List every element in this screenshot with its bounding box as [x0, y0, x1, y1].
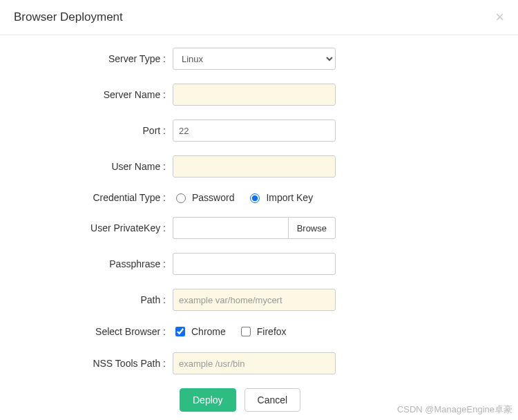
- label-server-name: Server Name :: [14, 89, 173, 100]
- checkbox-chrome[interactable]: [175, 327, 185, 336]
- row-user-name: User Name :: [14, 155, 504, 178]
- deploy-button[interactable]: Deploy: [180, 388, 236, 412]
- checkbox-chrome-label[interactable]: Chrome: [191, 326, 226, 337]
- close-icon[interactable]: ×: [495, 10, 504, 25]
- radio-import-key[interactable]: [250, 193, 260, 203]
- nss-tools-path-input[interactable]: [173, 352, 336, 374]
- passphrase-input[interactable]: [173, 253, 336, 275]
- label-server-type: Server Type :: [14, 53, 173, 64]
- modal-title: Browser Deployment: [14, 10, 123, 24]
- row-server-type: Server Type : Linux: [14, 48, 504, 70]
- port-input[interactable]: [173, 120, 336, 142]
- row-port: Port :: [14, 120, 504, 142]
- radio-import-key-label[interactable]: Import Key: [266, 192, 313, 203]
- radio-password-label[interactable]: Password: [192, 192, 234, 203]
- button-row: Deploy Cancel: [180, 388, 504, 412]
- label-user-privatekey: User PrivateKey :: [14, 222, 173, 233]
- path-input[interactable]: [173, 289, 336, 311]
- server-name-input[interactable]: [173, 84, 336, 106]
- browse-button[interactable]: Browse: [288, 217, 336, 239]
- row-nss-tools-path: NSS Tools Path :: [14, 352, 504, 374]
- label-select-browser: Select Browser :: [14, 326, 173, 337]
- checkbox-firefox-label[interactable]: Firefox: [257, 326, 287, 337]
- row-user-privatekey: User PrivateKey : Browse: [14, 217, 504, 239]
- label-user-name: User Name :: [14, 161, 173, 172]
- label-nss-tools-path: NSS Tools Path :: [14, 358, 173, 369]
- modal-body: Server Type : Linux Server Name : Port :…: [0, 35, 518, 419]
- radio-password[interactable]: [176, 193, 186, 203]
- user-privatekey-input[interactable]: [173, 217, 288, 239]
- server-type-select[interactable]: Linux: [173, 48, 336, 70]
- row-passphrase: Passphrase :: [14, 253, 504, 275]
- label-credential-type: Credential Type :: [14, 192, 173, 203]
- cancel-button[interactable]: Cancel: [244, 388, 301, 412]
- row-credential-type: Credential Type : Password Import Key: [14, 191, 504, 203]
- label-passphrase: Passphrase :: [14, 258, 173, 269]
- label-path: Path :: [14, 294, 173, 305]
- user-name-input[interactable]: [173, 155, 336, 178]
- row-path: Path :: [14, 289, 504, 311]
- row-select-browser: Select Browser : Chrome Firefox: [14, 325, 504, 338]
- modal-header: Browser Deployment ×: [0, 0, 518, 35]
- label-port: Port :: [14, 125, 173, 136]
- checkbox-firefox[interactable]: [241, 327, 251, 336]
- row-server-name: Server Name :: [14, 84, 504, 106]
